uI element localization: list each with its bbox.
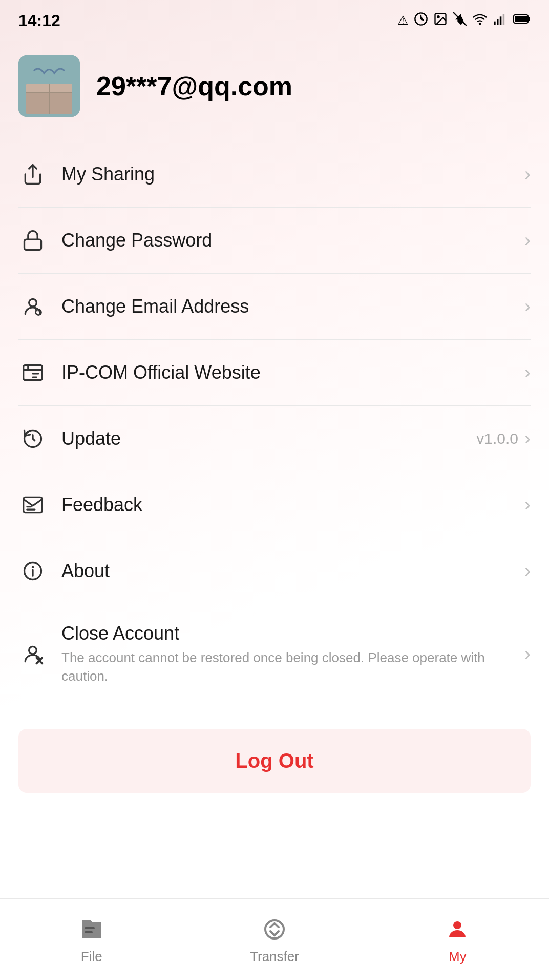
menu-item-update[interactable]: Update v1.0.0 › <box>18 406 531 472</box>
share-icon <box>18 160 47 189</box>
nav-item-my[interactable]: My <box>366 914 549 965</box>
close-account-sublabel: The account cannot be restored once bein… <box>61 648 524 686</box>
profile-section: 29***7@qq.com <box>0 37 549 141</box>
person-email-icon <box>18 292 47 321</box>
info-icon <box>18 557 47 585</box>
status-bar: 14:12 ⚠ <box>0 0 549 37</box>
logout-button[interactable]: Log Out <box>18 729 531 793</box>
svg-rect-36 <box>85 927 95 929</box>
svg-rect-8 <box>503 14 505 25</box>
status-icons: ⚠ <box>397 12 531 29</box>
about-label-block: About <box>61 560 524 582</box>
menu-item-my-sharing[interactable]: My Sharing › <box>18 141 531 208</box>
bottom-nav: File Transfer My <box>0 898 549 980</box>
file-icon <box>76 914 107 945</box>
my-icon <box>442 914 473 945</box>
chevron-icon: › <box>524 296 531 317</box>
svg-rect-10 <box>515 16 527 22</box>
transfer-icon <box>259 914 290 945</box>
avatar[interactable] <box>18 55 80 117</box>
about-label: About <box>61 560 110 581</box>
update-label-block: Update <box>61 428 476 450</box>
chevron-icon: › <box>524 362 531 383</box>
svg-point-39 <box>453 921 461 929</box>
svg-rect-5 <box>494 22 496 25</box>
logout-section: Log Out <box>0 704 549 818</box>
file-nav-label: File <box>81 949 102 965</box>
svg-point-2 <box>437 16 439 18</box>
svg-point-19 <box>29 299 37 307</box>
chevron-icon: › <box>524 494 531 516</box>
menu-item-feedback[interactable]: Feedback › <box>18 472 531 538</box>
nav-item-transfer[interactable]: Transfer <box>183 914 366 965</box>
alert-icon: ⚠ <box>397 13 409 28</box>
battery-icon <box>513 13 531 28</box>
menu-list: My Sharing › Change Password › Change <box>0 141 549 704</box>
wifi-icon <box>472 12 488 29</box>
status-time: 14:12 <box>18 11 60 30</box>
chevron-icon: › <box>524 230 531 251</box>
chevron-icon: › <box>524 643 531 665</box>
official-website-label-block: IP-COM Official Website <box>61 362 524 383</box>
svg-rect-18 <box>25 239 41 250</box>
close-account-icon <box>18 640 47 668</box>
close-account-label-block: Close Account The account cannot be rest… <box>61 623 524 686</box>
update-icon <box>18 424 47 453</box>
version-label: v1.0.0 <box>476 430 518 447</box>
browser-icon <box>18 358 47 387</box>
svg-rect-7 <box>500 16 502 25</box>
svg-rect-11 <box>528 17 530 21</box>
chevron-icon: › <box>524 164 531 185</box>
my-sharing-label-block: My Sharing <box>61 164 524 185</box>
username: 29***7@qq.com <box>96 71 292 101</box>
clock-icon <box>414 12 428 29</box>
feedback-icon <box>18 491 47 519</box>
update-label: Update <box>61 428 121 449</box>
feedback-label-block: Feedback <box>61 494 524 516</box>
menu-item-official-website[interactable]: IP-COM Official Website › <box>18 340 531 406</box>
chevron-icon: › <box>524 560 531 582</box>
change-password-label-block: Change Password <box>61 230 524 251</box>
svg-line-21 <box>36 310 37 311</box>
menu-item-close-account[interactable]: Close Account The account cannot be rest… <box>18 604 531 704</box>
image-icon <box>433 12 448 29</box>
official-website-label: IP-COM Official Website <box>61 362 261 383</box>
change-email-label: Change Email Address <box>61 296 249 317</box>
menu-item-change-email[interactable]: Change Email Address › <box>18 274 531 340</box>
feedback-label: Feedback <box>61 494 142 515</box>
change-password-label: Change Password <box>61 230 212 251</box>
lock-icon <box>18 226 47 255</box>
my-sharing-label: My Sharing <box>61 164 155 185</box>
svg-point-4 <box>479 23 480 24</box>
chevron-icon: › <box>524 428 531 450</box>
close-account-label: Close Account <box>61 623 179 644</box>
svg-rect-37 <box>85 931 93 933</box>
my-nav-label: My <box>449 949 467 965</box>
menu-item-change-password[interactable]: Change Password › <box>18 208 531 274</box>
nav-item-file[interactable]: File <box>0 914 183 965</box>
svg-rect-6 <box>497 19 499 25</box>
menu-item-about[interactable]: About › <box>18 538 531 604</box>
svg-point-33 <box>29 647 37 655</box>
transfer-nav-label: Transfer <box>250 949 299 965</box>
signal-icon <box>493 12 508 29</box>
mute-icon <box>453 12 467 29</box>
change-email-label-block: Change Email Address <box>61 296 524 317</box>
